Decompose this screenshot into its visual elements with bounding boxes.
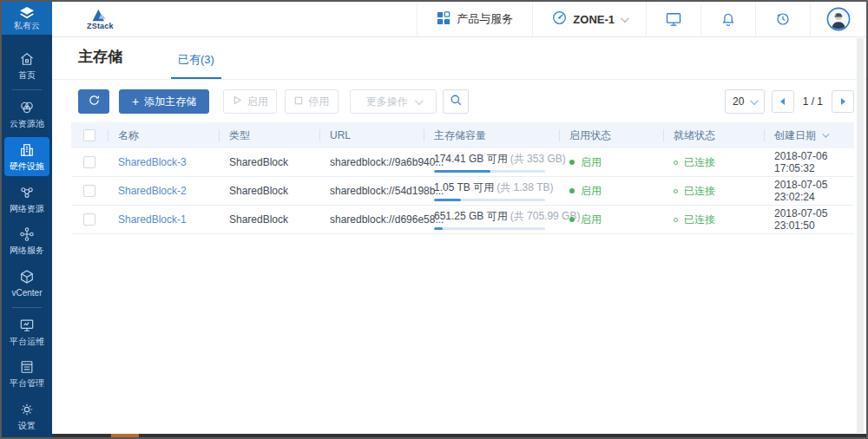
sidebar-item-hardware[interactable]: 硬件设施 xyxy=(4,137,49,176)
storage-name-link[interactable]: SharedBlock-1 xyxy=(118,213,187,226)
app-window: 私有云 首页 云资源池 xyxy=(0,0,868,439)
refresh-icon xyxy=(88,94,101,109)
page-size-select[interactable]: 20 xyxy=(725,89,765,114)
pagination: 20 1 / 1 xyxy=(725,89,854,114)
sidebar-item-network-services[interactable]: 网络服务 xyxy=(2,220,52,261)
plus-icon: + xyxy=(132,95,139,108)
row-checkbox[interactable] xyxy=(83,185,95,197)
row-checkbox[interactable] xyxy=(83,156,95,168)
grid-icon xyxy=(437,11,450,28)
table-row[interactable]: SharedBlock-2 SharedBlock sharedblock://… xyxy=(71,177,854,206)
sidebar-divider xyxy=(12,307,42,308)
chevron-down-icon xyxy=(621,14,629,23)
created-date: 2018-07-05 23:01:50 xyxy=(764,207,854,232)
storage-name-link[interactable]: SharedBlock-3 xyxy=(118,156,187,168)
sidebar-item-home[interactable]: 首页 xyxy=(2,46,52,87)
next-page-button[interactable] xyxy=(832,90,854,113)
storage-capacity: 174.41 GB 可用(共 353 GB) xyxy=(424,152,559,173)
status-dot-icon xyxy=(569,217,575,222)
sort-icon xyxy=(822,130,829,137)
sidebar-item-network-resources[interactable]: 网络资源 xyxy=(2,179,52,220)
zone-label: ZONE-1 xyxy=(573,13,615,26)
ready-status: 已连接 xyxy=(663,213,764,227)
sidebar-product-switcher[interactable]: 私有云 xyxy=(2,2,52,35)
enable-status: 启用 xyxy=(559,155,663,170)
enable-button[interactable]: 启用 xyxy=(223,89,277,114)
enable-status: 启用 xyxy=(559,213,663,227)
capacity-progress-bar xyxy=(434,199,545,201)
zstack-logo-text: ZStack xyxy=(87,22,114,30)
select-all-checkbox[interactable] xyxy=(83,129,95,141)
resource-pool-icon xyxy=(18,99,36,119)
chevron-down-icon xyxy=(750,96,759,105)
main-content: 主存储 已有(3) + 添加主存储 xyxy=(52,38,866,437)
zstack-logo[interactable]: ZStack xyxy=(87,8,114,30)
sidebar-item-platform-mgmt[interactable]: 平台管理 xyxy=(2,354,52,395)
home-icon xyxy=(18,50,36,70)
column-header-url[interactable]: URL xyxy=(319,122,424,148)
user-avatar[interactable] xyxy=(811,2,866,36)
bottom-edge xyxy=(52,434,866,437)
table-row[interactable]: SharedBlock-1 SharedBlock sharedblock://… xyxy=(71,206,854,234)
network-services-icon xyxy=(18,226,36,246)
top-bar: ZStack 产品与服务 xyxy=(52,2,866,37)
title-row: 主存储 已有(3) xyxy=(52,38,866,80)
vertical-scrollbar[interactable] xyxy=(857,38,864,433)
layers-icon xyxy=(17,6,36,20)
refresh-button[interactable] xyxy=(78,89,109,114)
sidebar-divider xyxy=(12,89,42,90)
storage-capacity: 1.05 TB 可用(共 1.38 TB) xyxy=(424,180,559,201)
search-button[interactable] xyxy=(443,89,469,114)
cube-icon xyxy=(18,268,36,288)
status-ring-icon xyxy=(674,218,678,222)
capacity-progress-bar xyxy=(434,227,545,230)
table-header: 名称 类型 URL 主存储容量 启用状态 就绪状态 创建日期 xyxy=(71,122,854,148)
zone-selector[interactable]: ZONE-1 xyxy=(533,2,646,36)
column-header-type[interactable]: 类型 xyxy=(219,122,319,148)
toolbar: + 添加主存储 启用 停用 更多操作 xyxy=(52,80,866,114)
created-date: 2018-07-05 23:02:24 xyxy=(764,179,854,203)
page-indicator: 1 / 1 xyxy=(803,95,823,108)
column-header-created[interactable]: 创建日期 xyxy=(764,122,854,148)
column-header-ready-state[interactable]: 就绪状态 xyxy=(663,122,764,148)
sidebar-product-label: 私有云 xyxy=(14,21,40,31)
storage-capacity: 651.25 GB 可用(共 705.99 GB) xyxy=(424,209,559,230)
more-actions-button[interactable]: 更多操作 xyxy=(350,89,437,114)
ready-status: 已连接 xyxy=(663,184,764,199)
column-header-name[interactable]: 名称 xyxy=(108,122,219,148)
monitor-icon xyxy=(18,317,36,337)
sidebar-item-platform-ops[interactable]: 平台运维 xyxy=(2,311,52,352)
network-resources-icon xyxy=(18,184,36,204)
tab-existing[interactable]: 已有(3) xyxy=(171,52,221,79)
storage-type: SharedBlock xyxy=(219,213,319,226)
console-button[interactable] xyxy=(647,2,700,36)
ready-status: 已连接 xyxy=(663,155,764,170)
stop-icon xyxy=(294,95,303,108)
notifications-button[interactable] xyxy=(701,2,755,36)
sidebar-item-cloud-pool[interactable]: 云资源池 xyxy=(2,94,52,134)
column-header-capacity[interactable]: 主存储容量 xyxy=(424,122,559,148)
history-button[interactable] xyxy=(756,2,810,36)
hardware-icon xyxy=(18,141,36,161)
storage-url: sharedblock://d696e58... xyxy=(319,213,424,226)
zone-icon xyxy=(552,10,567,28)
row-checkbox[interactable] xyxy=(83,213,95,226)
sidebar-item-vcenter[interactable]: vCenter xyxy=(2,263,52,304)
storage-name-link[interactable]: SharedBlock-2 xyxy=(118,185,187,197)
gear-icon xyxy=(18,401,36,421)
column-header-enable-state[interactable]: 启用状态 xyxy=(559,122,663,148)
arrow-left-icon xyxy=(780,98,785,105)
table-row[interactable]: SharedBlock-3 SharedBlock sharedblock://… xyxy=(71,148,854,177)
play-icon xyxy=(233,95,242,108)
status-ring-icon xyxy=(674,189,678,193)
products-services-menu[interactable]: 产品与服务 xyxy=(418,2,532,36)
prev-page-button[interactable] xyxy=(772,90,794,113)
storage-url: sharedblock://54d198b... xyxy=(319,185,424,197)
page-title: 主存储 xyxy=(78,47,122,79)
disable-button[interactable]: 停用 xyxy=(285,89,339,114)
add-primary-storage-button[interactable]: + 添加主存储 xyxy=(119,89,209,114)
sidebar-item-settings[interactable]: 设置 xyxy=(2,396,52,436)
storage-type: SharedBlock xyxy=(219,156,319,168)
enable-status: 启用 xyxy=(559,184,663,199)
status-dot-icon xyxy=(569,160,575,165)
